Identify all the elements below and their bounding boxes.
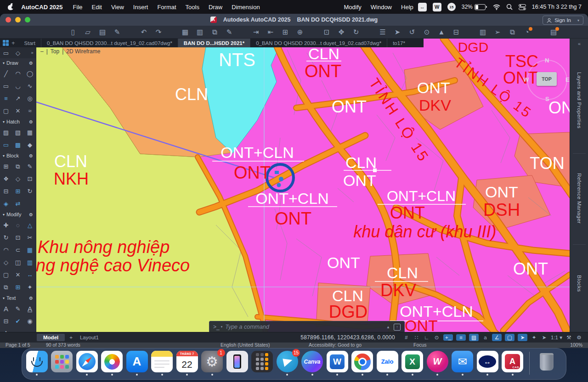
dock-excel[interactable]: X: [401, 351, 424, 376]
copy-tool-icon[interactable]: ◌: [12, 219, 24, 231]
menu-insert[interactable]: Insert: [129, 4, 153, 11]
block-compare-icon[interactable]: ⇄: [12, 197, 24, 210]
command-line[interactable]: >_▾ Type a command ▲ ↑: [209, 321, 405, 333]
command-history-icon[interactable]: ▲: [386, 325, 390, 329]
rotate-tool-icon[interactable]: ↻: [0, 231, 12, 244]
new-file-icon[interactable]: ▯: [68, 28, 78, 36]
wifi-icon[interactable]: [493, 4, 500, 10]
break-tool-icon[interactable]: ✕: [12, 269, 24, 281]
viewcube[interactable]: N W E S TOP: [525, 58, 568, 101]
ellipse-tool-icon[interactable]: ◎: [24, 92, 36, 105]
attribute-sync-icon[interactable]: ⊟: [0, 185, 12, 197]
viewport-minimize[interactable]: –: [40, 48, 44, 55]
multiline-tool-icon[interactable]: ≡: [0, 92, 12, 105]
dock-appstore[interactable]: A: [126, 351, 148, 376]
attach-icon[interactable]: ⊞: [280, 28, 290, 36]
viewcube-west[interactable]: W: [523, 76, 529, 83]
gear-icon[interactable]: ⚙: [29, 212, 33, 217]
circle-tool-icon[interactable]: ◯: [24, 67, 36, 80]
apple-menu-icon[interactable]: [7, 4, 13, 10]
start-grid-icon[interactable]: [3, 40, 9, 46]
gear-icon[interactable]: ⚙: [29, 153, 33, 158]
tab-drawing-active[interactable]: BAN DO D...HSDD 2021*: [178, 39, 250, 47]
paste-special-icon[interactable]: ⊞: [12, 281, 24, 293]
add-text-icon[interactable]: ✚: [0, 327, 12, 332]
viewcube-south[interactable]: S: [545, 96, 549, 102]
line-tool-icon[interactable]: ╱: [0, 67, 12, 80]
palette-expand-icon[interactable]: »: [28, 51, 36, 55]
control-center-icon[interactable]: [519, 4, 526, 10]
properties-icon[interactable]: ☰: [378, 28, 388, 36]
tab-model[interactable]: Model: [37, 334, 65, 341]
save-icon[interactable]: ▤: [97, 28, 107, 36]
dock-trash[interactable]: [536, 351, 558, 376]
telegram-menu-icon[interactable]: 15: [447, 3, 456, 11]
rectangle-tool-icon[interactable]: ▭: [0, 50, 12, 56]
tag-icon[interactable]: ◇: [12, 173, 24, 185]
polygon-tool-icon[interactable]: ▢: [0, 105, 12, 117]
drawing-canvas[interactable]: NTS CLN ONT ONT TỈNH LỘ 15 TỈNH LỘ 15 TS…: [36, 39, 570, 342]
layout-icon[interactable]: ⧉: [507, 28, 517, 36]
print-icon[interactable]: ▦: [180, 28, 190, 36]
array-tool-icon[interactable]: ▦: [24, 244, 36, 256]
gradient-tool-icon[interactable]: ▩: [12, 139, 24, 151]
gear-icon[interactable]: ⚙: [29, 61, 33, 66]
tab-reference-manager[interactable]: Reference Manager: [570, 162, 588, 235]
menu-tools[interactable]: Tools: [181, 4, 204, 11]
palette-section-draw[interactable]: ▾Draw⚙: [0, 58, 36, 67]
palette-section-text[interactable]: ▾Text⚙: [0, 293, 36, 303]
save-as-icon[interactable]: ✎: [112, 28, 122, 36]
polar-tracking-icon[interactable]: ⊙: [433, 334, 440, 341]
rectangle-draw-icon[interactable]: ▭: [0, 80, 12, 92]
ortho-mode-icon[interactable]: ∟: [423, 335, 430, 340]
polyline-tool-icon[interactable]: ∿: [24, 80, 36, 92]
export-icon[interactable]: ⇤: [266, 28, 276, 36]
menu-format[interactable]: Format: [153, 4, 181, 11]
save-web-icon[interactable]: ⊕: [295, 28, 305, 36]
dock-canva[interactable]: Canva: [301, 351, 323, 376]
menu-window[interactable]: Window: [366, 4, 396, 11]
cube-tool-icon[interactable]: ◇: [12, 50, 24, 56]
plot-icon[interactable]: ▥: [195, 28, 205, 36]
lineweight-icon[interactable]: ≡: [456, 334, 466, 341]
select-tool-icon[interactable]: ⊡: [12, 231, 24, 244]
window-title-bar[interactable]: A Autodesk AutoCAD 2025 BAN DO DCQHSDD 2…: [0, 14, 588, 26]
dock-launchpad[interactable]: [51, 351, 73, 376]
sign-in-button[interactable]: Sign In ▾: [543, 16, 583, 25]
block-add-icon[interactable]: ⊞: [12, 185, 24, 197]
dock-notes[interactable]: [151, 351, 173, 376]
menu-edit[interactable]: Edit: [87, 4, 107, 11]
dock-calculator[interactable]: [251, 351, 273, 376]
spell-check-icon[interactable]: ✔: [12, 315, 24, 327]
hatch-boundary-icon[interactable]: ▦: [24, 126, 36, 139]
tab-blocks[interactable]: Blocks: [570, 267, 588, 299]
selection-cycling-icon[interactable]: ➤: [518, 334, 527, 341]
block-check-icon[interactable]: ◈: [0, 197, 12, 210]
import-icon[interactable]: ⇥: [251, 28, 261, 36]
new-tab-icon[interactable]: +: [11, 39, 15, 46]
hatch-tool-icon[interactable]: ▨: [0, 126, 12, 139]
quick-properties-icon[interactable]: a: [482, 335, 489, 340]
menu-modify[interactable]: Modify: [339, 4, 366, 11]
menu-dimension[interactable]: Dimension: [227, 4, 264, 11]
tab-start[interactable]: Start: [19, 39, 41, 47]
viewport-visual-style[interactable]: 2D Wireframe: [66, 48, 100, 55]
text-tool-icon[interactable]: A: [0, 303, 12, 315]
orbit-icon[interactable]: ↻: [351, 28, 361, 36]
gear-icon[interactable]: ⚙: [29, 296, 33, 301]
insert-block-icon[interactable]: ⊞: [0, 160, 12, 173]
send-icon[interactable]: ➢: [492, 28, 503, 36]
battery-indicator[interactable]: 32%: [462, 4, 487, 10]
annotation-visibility-icon[interactable]: ✦: [531, 334, 537, 341]
text-style-icon[interactable]: ⊟: [0, 315, 12, 327]
dock-chrome[interactable]: [351, 351, 373, 376]
menu-file[interactable]: File: [68, 4, 87, 11]
viewcube-north[interactable]: N: [545, 57, 549, 64]
dock-telegram[interactable]: 15: [276, 351, 298, 376]
block-attribute-icon[interactable]: ❖: [0, 173, 12, 185]
dock-settings[interactable]: 1⚙: [201, 351, 223, 376]
teamviewer-menu-icon[interactable]: ↔: [418, 3, 427, 11]
scale-tool-icon[interactable]: ▥: [24, 256, 36, 269]
new-layout-icon[interactable]: +: [65, 335, 77, 340]
point-style-icon[interactable]: ⊙: [422, 28, 432, 36]
